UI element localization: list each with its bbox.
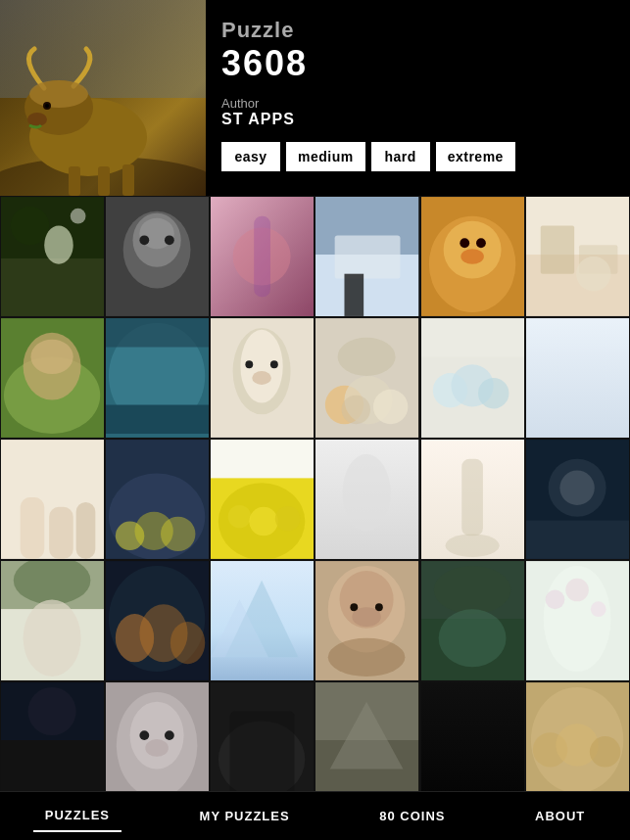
svg-rect-27 <box>255 216 271 298</box>
difficulty-extreme[interactable]: extreme <box>436 142 515 171</box>
grid-cell-23[interactable] <box>420 560 525 681</box>
grid-cell-30[interactable] <box>525 681 630 803</box>
grid-cell-29[interactable] <box>420 681 525 803</box>
author-label: Author <box>221 96 515 111</box>
grid-cell-4[interactable] <box>315 196 419 317</box>
grid-cell-24[interactable] <box>525 560 630 681</box>
nav-about[interactable]: ABOUT <box>523 801 597 831</box>
difficulty-easy[interactable]: easy <box>221 142 280 171</box>
svg-rect-73 <box>21 497 45 559</box>
grid-cell-19[interactable] <box>0 560 105 681</box>
svg-point-128 <box>565 579 589 602</box>
grid-cell-12[interactable] <box>525 317 630 439</box>
grid-cell-9[interactable] <box>210 317 315 439</box>
grid-cell-17[interactable] <box>420 439 525 560</box>
grid-cell-8[interactable] <box>105 317 210 439</box>
difficulty-medium[interactable]: medium <box>286 142 365 171</box>
svg-rect-31 <box>335 235 401 278</box>
svg-point-135 <box>130 702 184 770</box>
svg-rect-95 <box>526 521 629 559</box>
svg-point-80 <box>161 517 195 551</box>
svg-rect-92 <box>461 459 483 537</box>
grid-cell-1[interactable] <box>0 196 105 317</box>
svg-point-117 <box>353 607 381 627</box>
svg-point-97 <box>559 471 594 505</box>
svg-point-123 <box>438 609 506 667</box>
svg-point-85 <box>250 507 278 536</box>
svg-point-22 <box>140 235 150 245</box>
svg-point-86 <box>275 506 301 532</box>
svg-point-138 <box>145 739 169 757</box>
grid-cell-27[interactable] <box>210 681 315 803</box>
svg-rect-32 <box>345 274 364 316</box>
svg-point-132 <box>28 687 76 735</box>
grid-cell-28[interactable] <box>315 681 419 803</box>
svg-rect-14 <box>1 258 104 316</box>
nav-coins[interactable]: 80 COINS <box>367 801 457 831</box>
difficulty-hard[interactable]: hard <box>371 142 430 171</box>
svg-point-63 <box>338 338 396 376</box>
author-name: ST APPS <box>221 111 515 128</box>
svg-rect-74 <box>49 507 73 559</box>
svg-rect-147 <box>421 682 524 802</box>
header-info: Puzzle 3608 Author ST APPS easy medium h… <box>206 0 531 196</box>
svg-point-122 <box>433 566 510 614</box>
svg-point-15 <box>11 207 49 245</box>
svg-point-43 <box>576 257 610 291</box>
svg-point-38 <box>460 249 484 264</box>
svg-point-56 <box>270 360 278 368</box>
grid-cell-26[interactable] <box>105 681 210 803</box>
svg-point-107 <box>170 622 205 664</box>
puzzle-number: 3608 <box>221 43 515 84</box>
svg-point-37 <box>476 238 486 248</box>
svg-point-137 <box>165 730 174 740</box>
nav-puzzles[interactable]: PUZZLES <box>33 800 121 832</box>
grid-cell-13[interactable] <box>0 439 105 560</box>
svg-point-102 <box>24 599 81 677</box>
grid-cell-15[interactable] <box>210 439 315 560</box>
photo-grid <box>0 196 630 803</box>
grid-cell-11[interactable] <box>420 317 525 439</box>
puzzle-thumbnail <box>0 0 206 196</box>
header: Puzzle 3608 Author ST APPS easy medium h… <box>0 0 630 196</box>
grid-cell-22[interactable] <box>315 560 419 681</box>
svg-point-17 <box>71 209 86 224</box>
svg-rect-82 <box>211 440 314 478</box>
svg-rect-75 <box>76 502 96 559</box>
svg-rect-68 <box>421 318 524 356</box>
svg-rect-141 <box>230 712 295 798</box>
svg-rect-10 <box>69 166 80 196</box>
grid-cell-5[interactable] <box>420 196 525 317</box>
svg-rect-51 <box>106 318 209 347</box>
svg-point-126 <box>545 590 564 610</box>
svg-point-89 <box>343 454 391 532</box>
bottom-nav: PUZZLES MY PUZZLES 80 COINS ABOUT <box>0 791 630 840</box>
nav-my-puzzles[interactable]: MY PUZZLES <box>188 801 302 831</box>
svg-point-8 <box>45 104 49 108</box>
svg-point-84 <box>228 505 252 529</box>
grid-cell-7[interactable] <box>0 317 105 439</box>
grid-cell-3[interactable] <box>210 196 315 317</box>
svg-point-67 <box>478 378 509 408</box>
grid-cell-21[interactable] <box>210 560 315 681</box>
svg-point-6 <box>29 80 88 108</box>
svg-point-152 <box>590 736 620 767</box>
svg-point-55 <box>246 360 254 368</box>
svg-point-23 <box>165 235 174 245</box>
grid-cell-6[interactable] <box>525 196 630 317</box>
grid-cell-20[interactable] <box>105 560 210 681</box>
svg-rect-41 <box>541 226 574 274</box>
svg-rect-11 <box>98 166 110 196</box>
svg-point-47 <box>30 340 73 374</box>
svg-point-136 <box>140 730 150 740</box>
grid-cell-2[interactable] <box>105 196 210 317</box>
grid-cell-25[interactable] <box>0 681 105 803</box>
difficulty-row: easy medium hard extreme <box>221 142 515 171</box>
grid-cell-14[interactable] <box>105 439 210 560</box>
svg-point-16 <box>44 226 73 264</box>
grid-cell-16[interactable] <box>315 439 419 560</box>
grid-cell-18[interactable] <box>525 439 630 560</box>
svg-point-62 <box>342 396 370 424</box>
svg-point-57 <box>253 371 272 385</box>
grid-cell-10[interactable] <box>315 317 419 439</box>
